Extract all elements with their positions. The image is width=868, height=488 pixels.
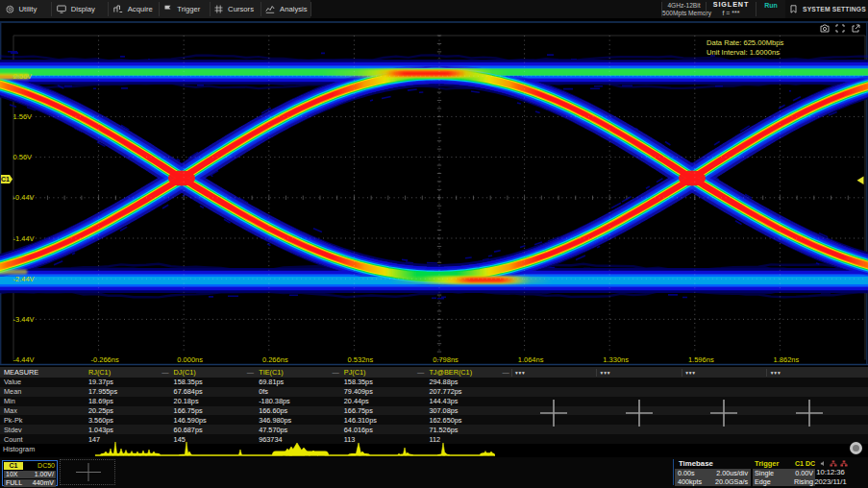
remove-measure-icon[interactable]: —	[332, 367, 338, 378]
measure-row-label: Mean	[4, 387, 21, 397]
measure-title: MEASURE	[4, 367, 38, 378]
measure-value: 20.18ps	[174, 397, 199, 406]
measure-row-label: Pk-Pk	[4, 415, 22, 425]
channel-bandwidth: FULL	[6, 479, 22, 486]
measure-value: 17.955ps	[88, 387, 117, 397]
x-axis-label: 0.266ns	[262, 355, 288, 364]
export-icon[interactable]	[851, 24, 860, 33]
remove-measure-icon[interactable]: —	[161, 367, 168, 378]
panel-separator	[673, 459, 674, 485]
crossing-blob	[679, 171, 706, 186]
measure-column-header[interactable]: TIE(C1)	[259, 367, 284, 378]
measure-row-mean: Mean17.955ps67.684ps0fs79.409ps207.772ps	[0, 387, 868, 397]
measure-row-label: Value	[4, 378, 21, 387]
y-axis-label: -2.44V	[13, 275, 35, 283]
unit-interval-readout: Unit Interval: 1.6000ns	[707, 48, 783, 58]
x-axis-label: 1.064ns	[518, 355, 544, 364]
measure-column-header[interactable]: TJ@BER(C1)	[429, 367, 472, 378]
empty-measure-slot[interactable]: ▾▾▾	[601, 367, 611, 378]
trigger-panel[interactable]: Trigger C1 DC Single 0.00V Edge Rising	[753, 459, 815, 486]
measure-value: 207.772ps	[429, 387, 461, 397]
sound-icon[interactable]	[820, 460, 827, 467]
histogram-trace	[95, 442, 495, 455]
remove-measure-icon[interactable]: —	[503, 367, 509, 378]
channel-coupling: DC50	[37, 462, 55, 470]
clock-time: 10:12:36	[811, 468, 850, 477]
y-axis-label: -0.44V	[13, 193, 35, 202]
measure-value: 166.75ps	[344, 406, 373, 416]
plot-toolbar	[820, 24, 860, 33]
measure-value: 20.25ps	[88, 406, 113, 416]
add-measurement-icon[interactable]	[795, 399, 824, 427]
measure-value: 0fs	[259, 387, 268, 397]
measure-value: 144.43ps	[429, 397, 458, 406]
x-axis-label: 1.330ns	[603, 355, 629, 364]
trigger-slope: Rising	[794, 477, 813, 486]
measure-value: 19.37ps	[88, 378, 113, 387]
measure-row-value: Value19.37ps158.35ps69.81ps158.35ps294.8…	[0, 378, 868, 387]
clock-date: 2023/11/1	[811, 477, 850, 486]
measure-value: 307.08ps	[429, 406, 458, 416]
column-separator	[511, 369, 512, 377]
bottom-status-bar: C1 DC50 10X 1.00V/ FULL 440mV Timebase 0…	[0, 457, 868, 488]
add-measurement-icon[interactable]	[539, 399, 568, 427]
empty-measure-slot[interactable]: ▾▾▾	[771, 367, 781, 378]
crossing-blob	[168, 171, 195, 186]
y-axis-label: 0.56V	[13, 153, 33, 161]
x-axis-label: -0.266ns	[91, 355, 119, 364]
channel-badge: C1	[4, 462, 23, 470]
measure-value: 47.570ps	[259, 425, 287, 434]
add-measurement-icon[interactable]	[625, 399, 654, 427]
remove-measure-icon[interactable]: —	[247, 367, 254, 378]
timebase-panel[interactable]: Timebase 0.00s 2.00us/div 400kpts 20.0GS…	[675, 459, 751, 486]
column-separator	[596, 369, 597, 377]
column-separator	[766, 369, 767, 377]
eye-info-readout: Data Rate: 625.00Mbps Unit Interval: 1.6…	[707, 38, 783, 58]
x-axis-label: 1.862ns	[774, 355, 800, 364]
status-icons	[811, 459, 850, 468]
lan-icon[interactable]	[830, 460, 837, 467]
add-measurement-icon[interactable]	[709, 399, 738, 427]
trigger-mode: Single	[755, 469, 774, 477]
measure-row-label: Max	[4, 406, 17, 416]
measure-value: 162.650ps	[429, 415, 461, 425]
x-axis-label: 0.000ns	[177, 355, 203, 364]
camera-icon[interactable]	[820, 24, 830, 33]
measure-value: 166.75ps	[174, 406, 203, 416]
add-channel-slot[interactable]	[60, 459, 115, 485]
measure-value: 346.980ps	[259, 415, 291, 425]
y-axis-label: -1.44V	[13, 234, 35, 243]
measure-value: 18.69ps	[88, 397, 113, 406]
measure-value: 60.687ps	[174, 425, 203, 434]
histogram-label: Histogram	[3, 445, 35, 453]
measure-row-label: Min	[4, 397, 15, 406]
x-axis-label: 0.798ns	[433, 355, 459, 364]
measure-value: 1.043ps	[88, 425, 113, 434]
measure-column-header[interactable]: PJ(C1)	[344, 367, 366, 378]
measure-value: 166.60ps	[259, 406, 287, 416]
measure-column-header[interactable]: DJ(C1)	[174, 367, 196, 378]
measure-value: 3.560ps	[88, 415, 113, 425]
channel-descriptor-c1[interactable]: C1 DC50 10X 1.00V/ FULL 440mV	[2, 460, 58, 486]
measure-value: 69.81ps	[259, 378, 284, 387]
measure-header-row: MEASURERJ(C1)—DJ(C1)—TIE(C1)—PJ(C1)—TJ@B…	[0, 367, 868, 378]
measure-value: 20.44ps	[344, 397, 369, 406]
fullscreen-icon[interactable]	[835, 24, 845, 33]
measure-value: 79.409ps	[344, 387, 373, 397]
measure-value: 146.590ps	[174, 415, 207, 425]
x-axis-label: 0.532ns	[348, 355, 374, 364]
channel-offset-label: C1	[1, 176, 10, 183]
empty-measure-slot[interactable]: ▾▾▾	[685, 367, 696, 378]
measure-value: 158.35ps	[174, 378, 203, 387]
oscilloscope-screen: UtilityDisplayAcquireTriggerCursorsAnaly…	[0, 0, 868, 488]
measure-column-header[interactable]: RJ(C1)	[88, 367, 111, 378]
channel-offset: 440mV	[33, 479, 54, 486]
measure-value: 294.88ps	[429, 378, 458, 387]
channel-probe: 10X	[6, 471, 17, 477]
empty-measure-slot[interactable]: ▾▾▾	[515, 367, 526, 378]
wan-icon[interactable]	[840, 460, 848, 467]
trigger-title: Trigger	[755, 459, 779, 469]
remove-measure-icon[interactable]: —	[417, 367, 424, 378]
timebase-delay: 0.00s	[678, 469, 695, 477]
floating-assistant-button[interactable]	[850, 442, 862, 454]
